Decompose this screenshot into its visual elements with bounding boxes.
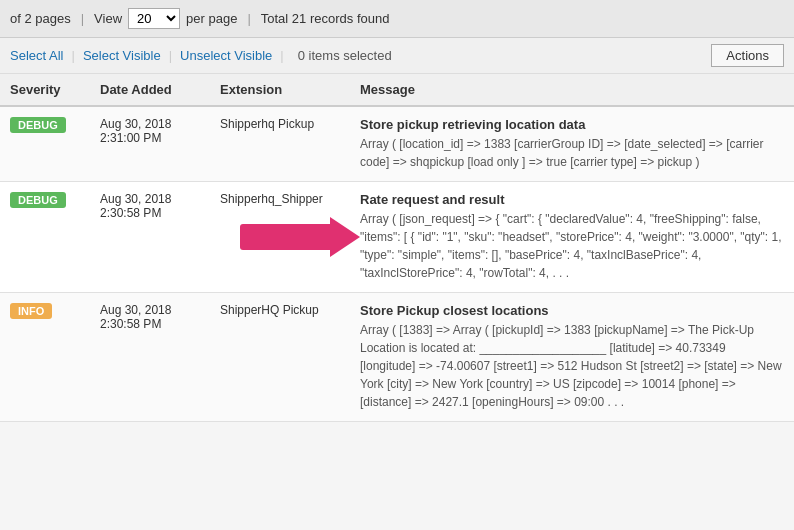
date-cell: Aug 30, 20182:31:00 PM bbox=[90, 106, 210, 182]
pages-text: of 2 pages bbox=[10, 11, 71, 26]
total-records-text: Total 21 records found bbox=[261, 11, 390, 26]
message-body: Array ( [1383] => Array ( [pickupId] => … bbox=[360, 321, 784, 411]
view-select[interactable]: 20 50 100 bbox=[128, 8, 180, 29]
select-visible-link[interactable]: Select Visible bbox=[83, 48, 161, 63]
arrow-indicator bbox=[240, 217, 360, 257]
table-row: INFOAug 30, 20182:30:58 PMShipperHQ Pick… bbox=[0, 293, 794, 422]
unselect-visible-link[interactable]: Unselect Visible bbox=[180, 48, 272, 63]
message-body: Array ( [location_id] => 1383 [carrierGr… bbox=[360, 135, 784, 171]
items-selected-text: 0 items selected bbox=[298, 48, 392, 63]
actions-button[interactable]: Actions bbox=[711, 44, 784, 67]
date-cell: Aug 30, 20182:30:58 PM bbox=[90, 182, 210, 293]
message-title: Store Pickup closest locations bbox=[360, 303, 784, 318]
table-row: DEBUGAug 30, 20182:31:00 PMShipperhq Pic… bbox=[0, 106, 794, 182]
per-page-text: per page bbox=[186, 11, 237, 26]
severity-badge: INFO bbox=[10, 303, 52, 319]
log-table: Severity Date Added Extension Message DE… bbox=[0, 74, 794, 422]
message-body: Array ( [json_request] => { "cart": { "d… bbox=[360, 210, 784, 282]
col-severity: Severity bbox=[0, 74, 90, 106]
col-date-added: Date Added bbox=[90, 74, 210, 106]
col-message: Message bbox=[350, 74, 794, 106]
table-row: DEBUGAug 30, 20182:30:58 PMShipperhq_Shi… bbox=[0, 182, 794, 293]
message-cell: Store pickup retrieving location dataArr… bbox=[350, 106, 794, 182]
severity-badge: DEBUG bbox=[10, 192, 66, 208]
severity-cell: DEBUG bbox=[0, 182, 90, 293]
top-bar: of 2 pages | View 20 50 100 per page | T… bbox=[0, 0, 794, 38]
view-label: View bbox=[94, 11, 122, 26]
col-extension: Extension bbox=[210, 74, 350, 106]
severity-badge: DEBUG bbox=[10, 117, 66, 133]
severity-cell: INFO bbox=[0, 293, 90, 422]
table-header-row: Severity Date Added Extension Message bbox=[0, 74, 794, 106]
selection-bar: Select All | Select Visible | Unselect V… bbox=[0, 38, 794, 74]
extension-cell: Shipperhq_Shipper bbox=[210, 182, 350, 293]
message-title: Rate request and result bbox=[360, 192, 784, 207]
extension-cell: ShipperHQ Pickup bbox=[210, 293, 350, 422]
extension-cell: Shipperhq Pickup bbox=[210, 106, 350, 182]
message-cell: Store Pickup closest locationsArray ( [1… bbox=[350, 293, 794, 422]
message-cell: Rate request and resultArray ( [json_req… bbox=[350, 182, 794, 293]
date-cell: Aug 30, 20182:30:58 PM bbox=[90, 293, 210, 422]
severity-cell: DEBUG bbox=[0, 106, 90, 182]
select-all-link[interactable]: Select All bbox=[10, 48, 63, 63]
message-title: Store pickup retrieving location data bbox=[360, 117, 784, 132]
